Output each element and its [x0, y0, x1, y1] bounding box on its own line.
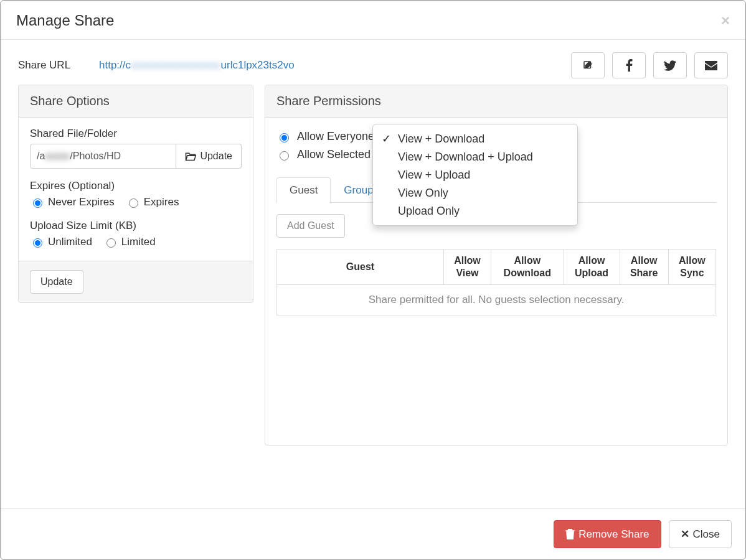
share-options-body: Shared File/Folder /axxxxx/Photos/HD Upd… — [19, 118, 253, 261]
radio-expires-input[interactable] — [129, 198, 138, 208]
shared-file-section: Shared File/Folder /axxxxx/Photos/HD Upd… — [30, 128, 242, 169]
modal-body: Share URL http://cxxxxxxxxxxxxxxxxxurlc1… — [1, 40, 745, 508]
manage-share-modal: Manage Share × Share URL http://cxxxxxxx… — [0, 0, 746, 560]
shared-path-input[interactable]: /axxxxx/Photos/HD — [30, 144, 176, 169]
radio-unlimited-input[interactable] — [33, 238, 42, 248]
update-options-button[interactable]: Update — [30, 270, 83, 294]
content-columns: Share Options Shared File/Folder /axxxxx… — [18, 85, 728, 446]
close-button[interactable]: ✕ Close — [669, 520, 732, 548]
radio-never-expires[interactable]: Never Expires — [30, 196, 115, 208]
remove-share-button[interactable]: Remove Share — [554, 520, 661, 548]
share-options-footer: Update — [19, 261, 253, 302]
share-permissions-panel: Share Permissions Allow Everyone Allow S… — [265, 85, 728, 446]
expires-label: Expires (Optional) — [30, 180, 242, 192]
radio-unlimited[interactable]: Unlimited — [30, 236, 92, 248]
twitter-icon — [664, 60, 676, 71]
col-allow-share: AllowShare — [620, 250, 668, 285]
modal-footer: Remove Share ✕ Close — [1, 508, 745, 559]
col-allow-sync: AllowSync — [668, 250, 715, 285]
share-url-link[interactable]: http://cxxxxxxxxxxxxxxxxxurlc1lpx23ts2vo — [99, 59, 571, 72]
radio-limited-input[interactable] — [106, 238, 116, 248]
modal-title: Manage Share — [16, 12, 114, 29]
col-allow-view: AllowView — [443, 250, 491, 285]
radio-expires[interactable]: Expires — [126, 196, 179, 208]
shared-file-label: Shared File/Folder — [30, 128, 242, 140]
dropdown-option-view-download-upload[interactable]: View + Download + Upload — [373, 148, 577, 166]
col-allow-download: AllowDownload — [491, 250, 564, 285]
modal-header: Manage Share × — [1, 1, 745, 40]
radio-allow-everyone-input[interactable] — [280, 133, 289, 142]
facebook-share-button[interactable] — [612, 52, 646, 78]
folder-open-icon — [185, 152, 196, 161]
trash-icon — [565, 529, 575, 539]
check-icon: ✓ — [382, 132, 398, 146]
edit-url-button[interactable] — [571, 52, 605, 78]
permission-level-dropdown[interactable]: ✓ View + Download View + Download + Uplo… — [372, 124, 578, 226]
share-permissions-body: Allow Everyone Allow Selected U ✓ View +… — [265, 118, 727, 445]
edit-icon — [582, 60, 593, 71]
tab-guest[interactable]: Guest — [276, 177, 331, 203]
share-permissions-heading: Share Permissions — [265, 85, 727, 118]
radio-never-expires-input[interactable] — [33, 198, 42, 208]
expires-radios: Never Expires Expires — [30, 196, 242, 208]
share-options-heading: Share Options — [19, 85, 253, 118]
guest-table-empty-message: Share permitted for all. No guests selec… — [277, 285, 716, 315]
radio-limited[interactable]: Limited — [103, 236, 156, 248]
dropdown-option-upload-only[interactable]: Upload Only — [373, 202, 577, 220]
add-guest-button[interactable]: Add Guest — [276, 214, 345, 238]
share-options-panel: Share Options Shared File/Folder /axxxxx… — [18, 85, 253, 303]
envelope-icon — [705, 61, 717, 70]
twitter-share-button[interactable] — [653, 52, 687, 78]
dropdown-option-view-upload[interactable]: View + Upload — [373, 166, 577, 184]
upload-limit-label: Upload Size Limit (KB) — [30, 220, 242, 232]
upload-limit-radios: Unlimited Limited — [30, 236, 242, 248]
share-url-label: Share URL — [18, 59, 99, 72]
close-x-icon: ✕ — [681, 528, 689, 541]
facebook-icon — [626, 59, 633, 72]
share-action-buttons — [571, 52, 728, 78]
dropdown-option-view-only[interactable]: View Only — [373, 184, 577, 202]
close-icon[interactable]: × — [721, 13, 730, 28]
guest-permissions-table: Guest AllowView AllowDownload AllowUploa… — [276, 249, 716, 315]
dropdown-option-view-download[interactable]: ✓ View + Download — [373, 129, 577, 148]
radio-allow-selected-input[interactable] — [280, 151, 289, 161]
upload-limit-section: Upload Size Limit (KB) Unlimited Limited — [30, 220, 242, 248]
col-allow-upload: AllowUpload — [564, 250, 620, 285]
email-share-button[interactable] — [694, 52, 728, 78]
col-guest: Guest — [277, 250, 444, 285]
share-url-row: Share URL http://cxxxxxxxxxxxxxxxxxurlc1… — [18, 52, 728, 78]
expires-section: Expires (Optional) Never Expires Expires — [30, 180, 242, 208]
update-path-button[interactable]: Update — [176, 144, 242, 169]
shared-path-group: /axxxxx/Photos/HD Update — [30, 144, 242, 169]
